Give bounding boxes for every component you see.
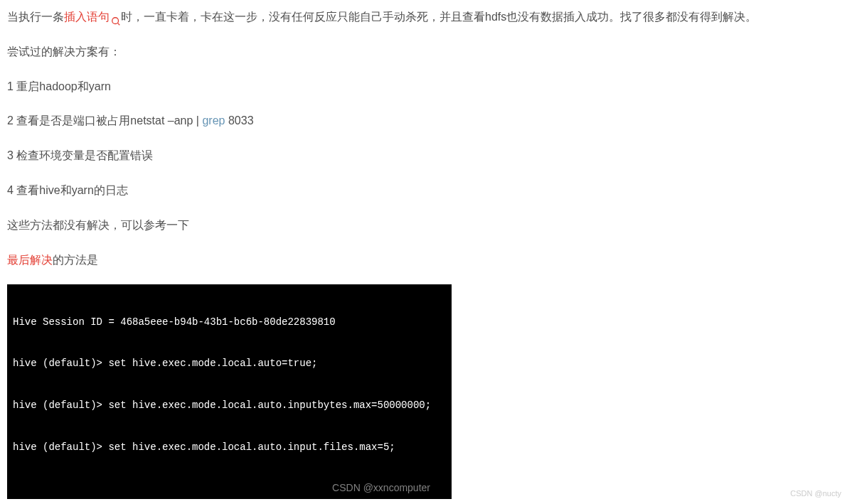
grep-link[interactable]: grep: [202, 114, 225, 127]
intro-paragraph: 当执行一条插入语句时，一直卡着，卡在这一步，没有任何反应只能自己手动杀死，并且查…: [7, 7, 840, 28]
tried-item-2: 2 查看是否是端口被占用netstat –anp | grep 8033: [7, 111, 840, 132]
article-content: 当执行一条插入语句时，一直卡着，卡在这一步，没有任何反应只能自己手动杀死，并且查…: [7, 7, 840, 504]
tried-item-3: 3 检查环境变量是否配置错误: [7, 146, 840, 166]
svg-point-0: [112, 18, 119, 24]
solution-suffix: 的方法是: [53, 254, 98, 266]
tried-item-1: 1 重启hadoop和yarn: [7, 77, 840, 97]
insert-statement-link[interactable]: 插入语句: [64, 11, 121, 23]
search-icon: [111, 13, 121, 23]
intro-prefix: 当执行一条: [7, 11, 64, 23]
tried-heading: 尝试过的解决方案有：: [7, 42, 840, 63]
svg-line-1: [118, 23, 120, 25]
tried-item-2-suffix: 8033: [225, 114, 254, 127]
tried-item-2-prefix: 2 查看是否是端口被占用netstat –anp |: [7, 114, 202, 127]
intro-suffix: 时，一直卡着，卡在这一步，没有任何反应只能自己手动杀死，并且查看hdfs也没有数…: [121, 11, 757, 23]
solution-paragraph: 最后解决的方法是: [7, 250, 840, 271]
solution-highlight: 最后解决: [7, 254, 53, 266]
terminal-line-3: hive (default)> set hive.exec.mode.local…: [13, 399, 446, 413]
terminal-watermark: CSDN @xxncomputer: [332, 481, 430, 495]
tried-footer: 这些方法都没有解决，可以参考一下: [7, 215, 840, 236]
terminal-line-2: hive (default)> set hive.exec.mode.local…: [13, 357, 446, 371]
terminal-line-1: Hive Session ID = 468a5eee-b94b-43b1-bc6…: [13, 316, 446, 330]
terminal-line-4: hive (default)> set hive.exec.mode.local…: [13, 441, 446, 455]
terminal-screenshot: Hive Session ID = 468a5eee-b94b-43b1-bc6…: [7, 284, 452, 499]
tried-item-4: 4 查看hive和yarn的日志: [7, 181, 840, 201]
page-watermark: CSDN @nucty: [790, 487, 841, 501]
